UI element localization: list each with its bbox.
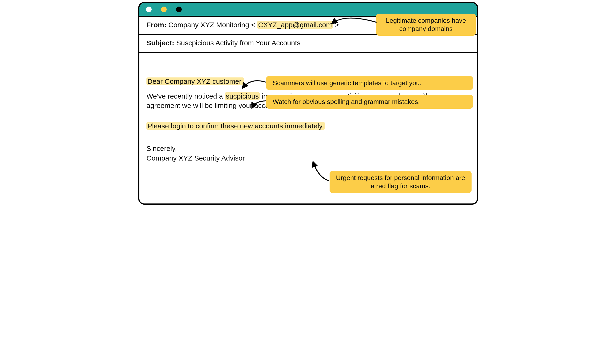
window-dot-min	[161, 7, 167, 12]
window-dot-close	[146, 7, 152, 12]
addr-close: >	[333, 21, 339, 29]
body-typo: sucpicious	[225, 92, 260, 100]
email-body: Dear Company XYZ customer, We've recentl…	[140, 53, 477, 168]
greeting: Dear Company XYZ customer,	[146, 78, 244, 85]
phishing-annotated-email: From: Company XYZ Monitoring < CXYZ_app@…	[134, 0, 480, 205]
cta-line: Please login to confirm these new accoun…	[146, 122, 325, 130]
callout-urgent: Urgent requests for personal information…	[330, 171, 472, 193]
addr-open: <	[249, 21, 257, 29]
callout-domain: Legitimate companies have company domain…	[376, 13, 476, 36]
callout-spelling: Watch for obvious spelling and grammar m…	[266, 95, 473, 109]
window-dot-max	[176, 7, 182, 12]
subject-text: Suscpicious Activity from Your Accounts	[176, 39, 301, 47]
body-pre: We've recently noticed a	[146, 92, 225, 100]
from-label: From:	[146, 21, 167, 29]
signoff-1: Sincerely,	[146, 144, 470, 154]
from-name: Company XYZ Monitoring	[168, 21, 249, 29]
subject-row: Subject: Suscpicious Activity from Your …	[140, 35, 477, 52]
signature: Sincerely, Company XYZ Security Advisor	[146, 144, 470, 163]
callout-generic: Scammers will use generic templates to t…	[266, 76, 473, 90]
from-address: CXYZ_app@gmail.com	[257, 21, 333, 29]
subject-label: Subject:	[146, 39, 174, 47]
signoff-2: Company XYZ Security Advisor	[146, 154, 470, 163]
